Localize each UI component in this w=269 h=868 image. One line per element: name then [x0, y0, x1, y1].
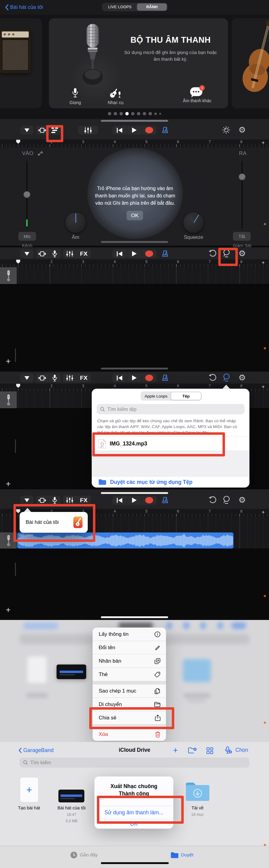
settings-button[interactable]: ⚙	[236, 249, 248, 258]
menu-item-delete[interactable]: Xóa	[92, 727, 166, 741]
bottom-drag-handle[interactable]	[101, 368, 168, 369]
record-button[interactable]	[142, 496, 157, 505]
menu-item-tags[interactable]: Thẻ	[92, 668, 166, 681]
timeline-ruler[interactable]: + 2345678	[0, 140, 269, 147]
settings-button[interactable]: ⚙	[236, 495, 248, 505]
play-button[interactable]	[127, 496, 141, 505]
zoom-plus-button[interactable]: +	[262, 260, 265, 266]
files-back-button[interactable]: GarageBand	[18, 746, 53, 754]
files-add-button[interactable]: +	[170, 746, 180, 755]
track-scrollbar[interactable]	[15, 563, 16, 576]
play-button[interactable]	[127, 373, 141, 382]
tab-live-loops[interactable]: LIVE LOOPS	[103, 3, 137, 11]
hint-ok-button[interactable]: OK	[127, 211, 143, 220]
track-controls-button[interactable]	[78, 126, 98, 134]
sheet-drag-handle[interactable]	[101, 492, 168, 494]
tone-knob[interactable]	[65, 213, 86, 233]
card-amp[interactable]	[0, 18, 42, 108]
create-song-tile[interactable]: +	[20, 777, 38, 802]
rewind-button[interactable]	[112, 373, 127, 382]
mic-source-button[interactable]: Mic	[18, 232, 36, 241]
loop-browser-button[interactable]	[221, 495, 232, 505]
recorder-view-button[interactable]	[49, 373, 61, 382]
add-track-button[interactable]: +	[6, 479, 11, 489]
track-header-audio-recorder[interactable]	[0, 392, 17, 408]
tab-browse[interactable]: Duyệt	[170, 851, 193, 859]
record-button[interactable]	[142, 126, 157, 134]
instrument-view-button[interactable]	[36, 249, 48, 258]
option-instrument[interactable]: Nhạc cụ	[103, 88, 128, 106]
track-scrollbar[interactable]	[15, 439, 16, 453]
rewind-button[interactable]	[112, 126, 127, 134]
settings-button[interactable]: ⚙	[236, 373, 248, 382]
playhead-marker[interactable]	[16, 140, 20, 144]
back-button[interactable]: Bài hát của tôi	[5, 3, 43, 11]
recorder-view-button[interactable]	[49, 496, 61, 505]
card-strings[interactable]	[232, 18, 269, 108]
sheet-drag-handle[interactable]	[101, 120, 168, 122]
new-folder-button[interactable]	[186, 746, 198, 755]
fx-button[interactable]: FX	[77, 496, 91, 505]
metronome-button[interactable]	[159, 249, 171, 258]
metronome-button[interactable]	[159, 126, 171, 134]
metronome-button[interactable]	[159, 373, 171, 382]
output-level-slider[interactable]	[241, 161, 243, 229]
playhead-marker[interactable]	[16, 384, 20, 388]
bottom-drag-handle[interactable]	[101, 241, 168, 243]
home-indicator[interactable]	[101, 862, 169, 864]
track-scrollbar[interactable]	[15, 348, 16, 362]
menu-item-get-info[interactable]: Lấy thông tin	[92, 628, 166, 641]
downloads-folder-tile[interactable]	[185, 781, 211, 802]
song-sections-button[interactable]	[20, 249, 34, 258]
browse-files-row[interactable]: Duyệt các mục từ ứng dụng Tệp	[92, 476, 249, 488]
loop-browser-button-active[interactable]	[221, 373, 232, 382]
input-level-slider-handle[interactable]	[24, 191, 30, 198]
card-audio-recorder[interactable]: BỘ THU ÂM THANH Sử dụng micrô để ghi âm …	[49, 18, 228, 108]
zoom-plus-button[interactable]: +	[262, 140, 265, 146]
record-audio-button[interactable]	[222, 746, 234, 755]
song-sections-button[interactable]	[20, 496, 34, 505]
play-button[interactable]	[127, 126, 141, 134]
song-sections-button[interactable]	[20, 126, 34, 134]
track-controls-button[interactable]	[63, 249, 76, 258]
selected-file-thumbnail[interactable]	[57, 664, 86, 679]
input-settings-button[interactable]	[220, 125, 232, 135]
rewind-button[interactable]	[112, 249, 127, 258]
play-button[interactable]	[127, 249, 141, 258]
tab-recent[interactable]: Gần đây	[70, 851, 98, 859]
files-search-field[interactable]: Tìm kiếm	[20, 757, 249, 768]
track-lane[interactable]	[0, 267, 269, 284]
menu-item-copy[interactable]: Sao chép 1 mục	[92, 684, 166, 698]
instrument-view-button[interactable]	[36, 496, 48, 505]
add-track-button[interactable]: +	[6, 356, 11, 366]
recorder-view-button[interactable]	[49, 249, 61, 258]
monitor-off-button[interactable]: Tắt	[233, 232, 251, 241]
tab-apple-loops[interactable]: Apple Loops	[141, 392, 171, 400]
add-track-button[interactable]: +	[6, 605, 11, 615]
song-sections-button[interactable]	[20, 373, 34, 382]
view-options-button[interactable]	[204, 746, 215, 755]
select-button[interactable]: Chọn	[235, 747, 248, 753]
fx-button[interactable]: FX	[77, 373, 91, 382]
fx-button[interactable]: FX	[77, 249, 91, 258]
zoom-plus-button[interactable]: +	[262, 384, 265, 390]
track-controls-button[interactable]	[63, 373, 76, 382]
option-other-sounds[interactable]: 1 Âm thanh khác	[180, 86, 214, 106]
menu-item-duplicate[interactable]: Nhân bản	[92, 654, 166, 668]
track-header-audio-recorder[interactable]	[0, 267, 17, 284]
squeeze-knob[interactable]	[183, 213, 204, 233]
tab-files[interactable]: Tệp	[171, 392, 201, 400]
output-level-slider-handle[interactable]	[239, 174, 245, 180]
zoom-plus-button[interactable]: +	[262, 509, 265, 515]
bottom-drag-handle[interactable]	[101, 616, 168, 618]
instrument-view-button[interactable]	[36, 373, 48, 382]
undo-button[interactable]	[207, 249, 218, 258]
menu-item-rename[interactable]: Đổi tên	[92, 641, 166, 654]
song-file-tile[interactable]	[58, 789, 84, 802]
option-voice[interactable]: Giọng	[64, 88, 86, 106]
metronome-button[interactable]	[159, 496, 171, 505]
settings-button[interactable]: ⚙	[236, 125, 248, 135]
undo-button[interactable]	[207, 495, 218, 505]
tab-tracks[interactable]: RÃNH	[137, 3, 167, 11]
file-search-field[interactable]: Tìm kiếm tệp	[97, 404, 245, 414]
